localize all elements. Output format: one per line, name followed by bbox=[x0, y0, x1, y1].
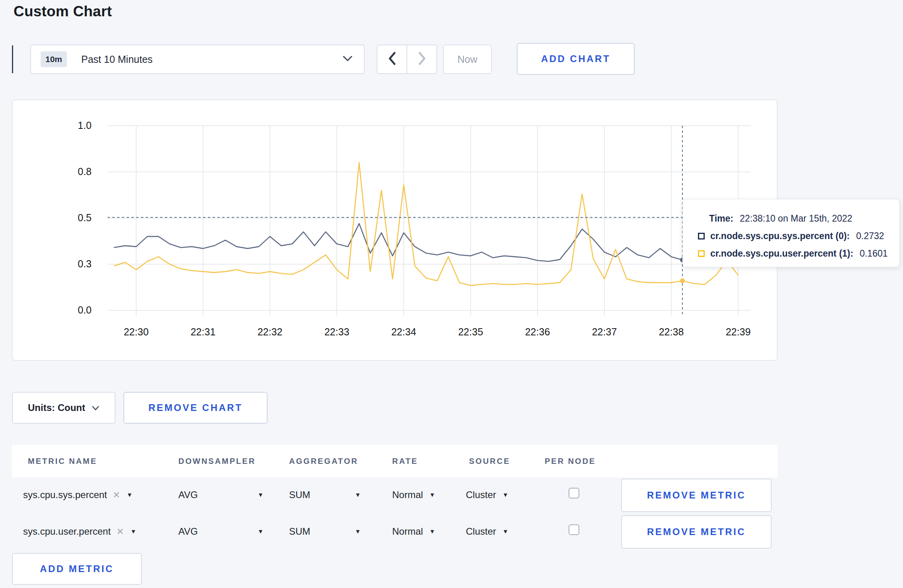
series-user-legend-swatch-icon bbox=[698, 250, 705, 257]
time-step-buttons bbox=[377, 45, 437, 74]
remove-metric-button[interactable]: REMOVE METRIC bbox=[621, 515, 772, 549]
remove-tag-x-icon[interactable]: ✕ bbox=[116, 526, 124, 537]
metric-name-value: sys.cpu.sys.percent bbox=[23, 489, 107, 500]
metric-name-dropdown[interactable]: sys.cpu.sys.percent✕▼ bbox=[23, 489, 133, 500]
col-head-per-node: PER NODE bbox=[545, 457, 596, 466]
y-tick-label: 0.0 bbox=[64, 304, 92, 316]
x-tick-label: 22:32 bbox=[246, 326, 294, 338]
col-head-source: SOURCE bbox=[469, 457, 510, 466]
y-tick-label: 0.8 bbox=[64, 166, 92, 177]
chevron-down-icon bbox=[342, 55, 353, 63]
x-tick-label: 22:37 bbox=[580, 326, 628, 338]
tooltip-time-value: 22:38:10 on Mar 15th, 2022 bbox=[740, 213, 852, 224]
downsampler-dropdown[interactable]: AVG▼ bbox=[178, 526, 264, 537]
chevron-down-icon bbox=[92, 402, 100, 413]
caret-down-icon: ▼ bbox=[258, 528, 264, 535]
series-line-sys bbox=[114, 224, 738, 261]
add-chart-button[interactable]: ADD CHART bbox=[517, 43, 635, 75]
chevron-right-icon bbox=[418, 52, 426, 67]
series-sys-legend-swatch-icon bbox=[698, 233, 705, 239]
aggregator-dropdown[interactable]: SUM▼ bbox=[289, 489, 361, 500]
series-line-user bbox=[114, 163, 738, 286]
source-dropdown[interactable]: Cluster▼ bbox=[466, 526, 508, 537]
chart-card: 0.00.30.50.81.0 22:3022:3122:3222:3322:3… bbox=[12, 99, 778, 361]
step-back-button[interactable] bbox=[377, 45, 407, 73]
caret-down-icon: ▼ bbox=[502, 528, 508, 535]
tooltip-series-sys-label: cr.node.sys.cpu.sys.percent (0): bbox=[710, 231, 850, 241]
source-dropdown[interactable]: Cluster▼ bbox=[466, 489, 508, 500]
units-label: Units: Count bbox=[28, 402, 85, 413]
per-node-checkbox[interactable] bbox=[569, 524, 579, 535]
time-range-badge: 10m bbox=[41, 51, 67, 67]
col-head-downsampler: DOWNSAMPLER bbox=[178, 457, 256, 466]
tooltip-series-user-label: cr.node.sys.cpu.user.percent (1): bbox=[710, 248, 853, 259]
timeseries-chart[interactable] bbox=[13, 100, 778, 362]
rate-value: Normal bbox=[392, 526, 423, 537]
remove-metric-button[interactable]: REMOVE METRIC bbox=[621, 479, 772, 512]
remove-chart-button[interactable]: REMOVE CHART bbox=[123, 392, 268, 424]
page-title: Custom Chart bbox=[14, 3, 112, 20]
time-range-dropdown[interactable]: 10m Past 10 Minutes bbox=[30, 45, 365, 74]
tooltip-time-label: Time: bbox=[709, 213, 733, 224]
per-node-checkbox[interactable] bbox=[569, 488, 579, 498]
downsampler-value: AVG bbox=[178, 526, 198, 537]
add-metric-button[interactable]: ADD METRIC bbox=[12, 553, 142, 585]
rate-dropdown[interactable]: Normal▼ bbox=[392, 526, 435, 537]
x-tick-label: 22:31 bbox=[179, 326, 227, 338]
chart-hover-tooltip: Time: 22:38:10 on Mar 15th, 2022 cr.node… bbox=[682, 199, 900, 267]
y-tick-label: 0.3 bbox=[64, 258, 92, 270]
downsampler-dropdown[interactable]: AVG▼ bbox=[178, 489, 264, 500]
y-tick-label: 0.5 bbox=[64, 212, 92, 224]
col-head-aggregator: AGGREGATOR bbox=[289, 457, 358, 466]
remove-tag-x-icon[interactable]: ✕ bbox=[113, 490, 120, 500]
tooltip-series-sys-value: 0.2732 bbox=[856, 231, 884, 241]
aggregator-dropdown[interactable]: SUM▼ bbox=[289, 526, 361, 537]
metric-name-dropdown[interactable]: sys.cpu.user.percent✕▼ bbox=[23, 526, 136, 537]
custom-chart-page: { "page": { "title": "Custom Chart" }, "… bbox=[0, 0, 903, 588]
col-head-metric-name: METRIC NAME bbox=[28, 457, 97, 466]
x-tick-label: 22:39 bbox=[714, 326, 762, 338]
source-value: Cluster bbox=[466, 489, 496, 500]
col-head-rate: RATE bbox=[392, 457, 418, 466]
caret-down-icon: ▼ bbox=[127, 491, 133, 498]
chevron-left-icon bbox=[388, 52, 396, 67]
y-tick-label: 1.0 bbox=[64, 120, 92, 131]
x-tick-label: 22:36 bbox=[514, 326, 561, 338]
metric-name-value: sys.cpu.user.percent bbox=[23, 526, 111, 537]
x-tick-label: 22:30 bbox=[112, 326, 160, 338]
x-tick-label: 22:35 bbox=[447, 326, 494, 338]
caret-down-icon: ▼ bbox=[258, 491, 264, 498]
rate-value: Normal bbox=[392, 489, 423, 500]
x-tick-label: 22:33 bbox=[313, 326, 361, 338]
x-tick-label: 22:34 bbox=[380, 326, 428, 338]
now-button[interactable]: Now bbox=[443, 45, 492, 74]
units-dropdown[interactable]: Units: Count bbox=[12, 392, 115, 424]
downsampler-value: AVG bbox=[178, 489, 198, 500]
time-range-label: Past 10 Minutes bbox=[81, 54, 152, 65]
hover-point-user bbox=[680, 278, 685, 283]
caret-down-icon: ▼ bbox=[502, 491, 508, 498]
caret-down-icon: ▼ bbox=[355, 528, 361, 535]
tooltip-series-user-value: 0.1601 bbox=[860, 248, 887, 259]
aggregator-value: SUM bbox=[289, 489, 310, 500]
toolbar-left-divider bbox=[12, 45, 13, 73]
caret-down-icon: ▼ bbox=[355, 491, 361, 498]
rate-dropdown[interactable]: Normal▼ bbox=[392, 489, 435, 500]
step-forward-button[interactable] bbox=[407, 45, 436, 73]
aggregator-value: SUM bbox=[289, 526, 310, 537]
caret-down-icon: ▼ bbox=[130, 528, 136, 535]
source-value: Cluster bbox=[466, 526, 496, 537]
caret-down-icon: ▼ bbox=[429, 491, 435, 498]
caret-down-icon: ▼ bbox=[429, 528, 435, 535]
x-tick-label: 22:38 bbox=[647, 326, 695, 338]
